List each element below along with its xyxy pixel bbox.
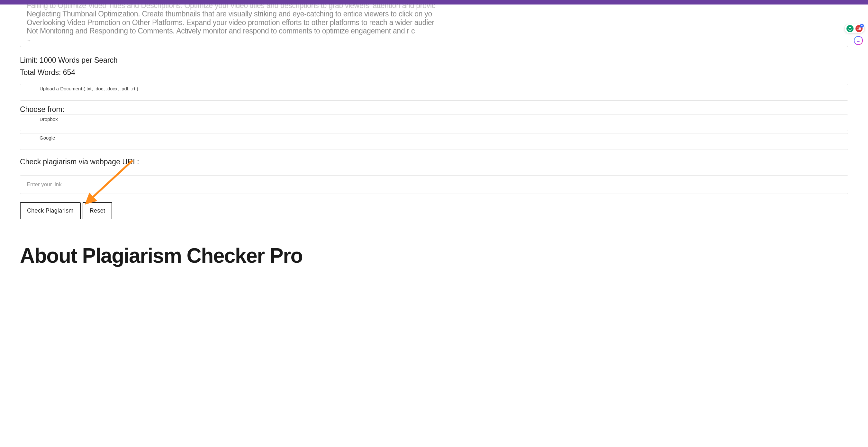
- upload-document-row[interactable]: Upload a Document:(.txt, .doc, .docx, .p…: [20, 84, 848, 101]
- buttons-row: Check Plagiarism Reset: [20, 202, 848, 219]
- page-heading: About Plagiarism Checker Pro: [20, 244, 848, 268]
- text-content-box[interactable]: Failing to Optimize Video Titles and Des…: [20, 4, 848, 47]
- check-plagiarism-button[interactable]: Check Plagiarism: [20, 202, 81, 219]
- google-label: Google: [39, 135, 55, 141]
- info-labels: Limit: 1000 Words per Search Total Words…: [20, 54, 848, 79]
- google-icon: [20, 135, 39, 144]
- google-option[interactable]: Google: [20, 133, 848, 150]
- upload-document-label: Upload a Document:(.txt, .doc, .docx, .p…: [39, 86, 138, 91]
- total-words-label: Total Words: 654: [20, 66, 848, 79]
- upload-icon: [20, 86, 39, 95]
- reset-button[interactable]: Reset: [83, 202, 113, 219]
- main-container: Failing to Optimize Video Titles and Des…: [0, 4, 868, 268]
- dropbox-icon: [20, 116, 39, 125]
- assistant-widget-icon[interactable]: [854, 36, 863, 45]
- extension-badges[interactable]: 10: [844, 24, 865, 33]
- dropbox-label: Dropbox: [39, 116, 58, 122]
- word-limit-label: Limit: 1000 Words per Search: [20, 54, 848, 66]
- content-line: Not Monitoring and Responding to Comment…: [27, 27, 841, 35]
- content-line: Overlooking Video Promotion on Other Pla…: [27, 18, 841, 27]
- send-arrow-icon[interactable]: →: [27, 38, 31, 43]
- url-input[interactable]: [20, 175, 848, 194]
- notification-badge[interactable]: 10: [856, 25, 863, 32]
- choose-from-title: Choose from:: [20, 105, 848, 114]
- sync-badge-icon[interactable]: [846, 25, 854, 32]
- dropbox-option[interactable]: Dropbox: [20, 115, 848, 131]
- content-line: Neglecting Thumbnail Optimization. Creat…: [27, 10, 841, 18]
- top-purple-bar: [0, 0, 868, 4]
- url-section-title: Check plagiarism via webpage URL:: [20, 157, 848, 166]
- content-line: Failing to Optimize Video Titles and Des…: [27, 4, 841, 10]
